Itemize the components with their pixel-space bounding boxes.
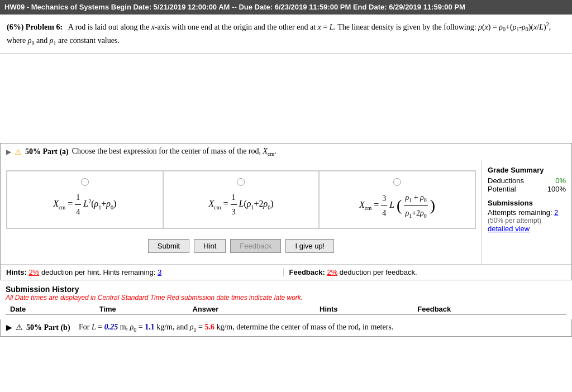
begin-label: Begin Date: xyxy=(111,3,151,11)
formula-c: Xcm = 3 4 L ( ρ1 + ρ0 ρ1+2ρ0 ) xyxy=(359,190,435,221)
detailed-view-link[interactable]: detailed view xyxy=(488,224,530,233)
feedback-button[interactable]: Feedback xyxy=(230,239,281,253)
end-label: End Date: xyxy=(353,3,387,11)
submission-table: Date Time Answer Hints Feedback xyxy=(6,304,566,315)
problem-label: Problem 6: xyxy=(26,23,63,31)
submission-history: Submission History All Date times are di… xyxy=(0,280,572,319)
collapse-icon[interactable]: ▶ xyxy=(6,148,11,156)
grade-summary: Grade Summary Deductions 0% Potential 10… xyxy=(482,160,571,264)
due-label: Due Date: xyxy=(239,3,273,11)
header-bar: HW09 - Mechanics of Systems Begin Date: … xyxy=(0,0,572,15)
part-a-section: ▶ ⚠ 50% Part (a) Choose the best express… xyxy=(0,143,572,280)
deductions-row: Deductions 0% xyxy=(488,176,566,185)
part-b-percent: 50% Part (b) xyxy=(26,323,70,332)
feedback-deduction-text: deduction per feedback. xyxy=(340,268,417,276)
submit-button[interactable]: Submit xyxy=(148,239,189,253)
radio-a[interactable] xyxy=(81,178,89,186)
hints-remaining[interactable]: 3 xyxy=(158,268,161,276)
answer-area: Xcm = 1 4 L2(ρ1+ρ0) Xcm = 1 xyxy=(1,160,482,264)
choice-b-cell[interactable]: Xcm = 1 3 L(ρ1+2ρ0) xyxy=(163,171,320,228)
sub-note-text: All Date times are displayed in Central … xyxy=(6,294,165,302)
formula-a: Xcm = 1 4 L2(ρ1+ρ0) xyxy=(53,190,116,219)
table-header-row: Date Time Answer Hints Feedback xyxy=(6,304,566,315)
part-a-header: ▶ ⚠ 50% Part (a) Choose the best express… xyxy=(1,144,571,160)
part-b-header: ▶ ⚠ 50% Part (b) For L = 0.25 m, ρ0 = 1.… xyxy=(1,319,571,336)
part-b-text: For L = 0.25 m, ρ0 = 1.1 kg/m, and ρ1 = … xyxy=(79,323,393,333)
part-a-content: Xcm = 1 4 L2(ρ1+ρ0) Xcm = 1 xyxy=(1,160,571,264)
radio-c[interactable] xyxy=(393,178,401,186)
submissions-section: Submissions Attempts remaining: 2 (50% p… xyxy=(488,199,566,233)
col-answer: Answer xyxy=(188,304,315,315)
choice-c-cell[interactable]: Xcm = 3 4 L ( ρ1 + ρ0 ρ1+2ρ0 ) xyxy=(319,171,475,228)
hint-feedback-bar: Hints: 2% deduction per hint. Hints rema… xyxy=(1,264,571,280)
col-hints: Hints xyxy=(315,304,413,315)
submission-history-title: Submission History xyxy=(6,285,566,294)
due-date: 6/23/2019 11:59:00 PM xyxy=(275,3,351,11)
give-up-button[interactable]: I give up! xyxy=(285,239,334,253)
radio-b[interactable] xyxy=(237,178,245,186)
feedback-label: Feedback: xyxy=(289,268,325,276)
part-b-warning-icon: ⚠ xyxy=(16,323,23,332)
deductions-label: Deductions xyxy=(488,176,524,185)
attempts-pct: (50% per attempt) xyxy=(488,217,566,224)
begin-date: 5/21/2019 12:00:00 AM xyxy=(154,3,230,11)
problem-statement: (6%) Problem 6: A rod is laid out along … xyxy=(0,15,572,54)
potential-row: Potential 100% xyxy=(488,185,566,193)
potential-label: Potential xyxy=(488,185,516,193)
hint-section: Hints: 2% deduction per hint. Hints rema… xyxy=(6,268,283,276)
attempts-label: Attempts remaining: xyxy=(488,208,552,217)
end-date: 6/29/2019 11:59:00 PM xyxy=(389,3,465,11)
buttons-row: Submit Hint Feedback I give up! xyxy=(6,233,476,259)
separator: -- xyxy=(232,3,237,11)
sub-note-red: Red submission date times indicate late … xyxy=(167,294,303,302)
choice-a-cell[interactable]: Xcm = 1 4 L2(ρ1+ρ0) xyxy=(7,171,163,228)
part-a-percent: 50% Part (a) xyxy=(25,147,69,156)
attempts-remaining-row: Attempts remaining: 2 xyxy=(488,208,566,217)
hints-deduction-text: deduction per hint. Hints remaining: xyxy=(41,268,156,276)
formula-b: Xcm = 1 3 L(ρ1+2ρ0) xyxy=(208,190,273,219)
choices-grid: Xcm = 1 4 L2(ρ1+ρ0) Xcm = 1 xyxy=(6,170,476,229)
warning-icon: ⚠ xyxy=(15,147,22,157)
hw-title: HW09 - Mechanics of Systems xyxy=(4,3,109,11)
feedback-pct: 2% xyxy=(327,268,337,276)
feedback-section: Feedback: 2% deduction per feedback. xyxy=(283,268,566,276)
hints-pct: 2% xyxy=(28,268,39,276)
part-b-section: ▶ ⚠ 50% Part (b) For L = 0.25 m, ρ0 = 1.… xyxy=(0,319,572,337)
problem-number: (6%) xyxy=(7,23,23,31)
deductions-value: 0% xyxy=(555,176,566,185)
attempts-value[interactable]: 2 xyxy=(554,208,558,217)
hints-label: Hints: xyxy=(6,268,27,276)
grade-summary-title: Grade Summary xyxy=(488,166,566,174)
blank-area xyxy=(0,54,572,143)
submission-note: All Date times are displayed in Central … xyxy=(6,294,566,302)
part-a-instruction: Choose the best expression for the cente… xyxy=(72,147,277,157)
potential-value: 100% xyxy=(547,185,566,193)
col-time: Time xyxy=(95,304,188,315)
col-date: Date xyxy=(6,304,95,315)
hint-button[interactable]: Hint xyxy=(194,239,226,253)
part-b-collapse-icon[interactable]: ▶ xyxy=(6,323,12,332)
col-feedback: Feedback xyxy=(413,304,566,315)
submissions-title: Submissions xyxy=(488,199,566,207)
